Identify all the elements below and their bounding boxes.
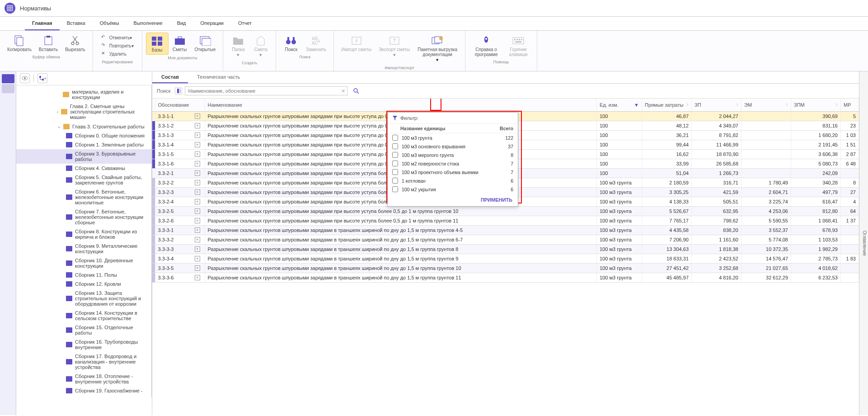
filter-row[interactable]: 100 м3 проектного объема выемки7 — [388, 168, 518, 176]
visibility-toggle[interactable] — [20, 73, 30, 83]
paste-button[interactable]: Вставить — [35, 33, 61, 54]
tree-item-13[interactable]: Сборник 11. Полы — [16, 270, 151, 279]
leftbar-btn-2[interactable] — [2, 84, 14, 93]
tree-item-19[interactable]: Сборник 17. Водопровод и канализация - в… — [16, 352, 151, 372]
search-go-icon[interactable] — [352, 87, 360, 95]
tree-item-16[interactable]: Сборник 14. Конструкции в сельском строи… — [16, 308, 151, 323]
export-button[interactable]: Экспорт сметы ▾ — [375, 33, 413, 60]
expand-icon[interactable]: + — [195, 189, 200, 195]
content-tab-0[interactable]: Состав — [152, 71, 188, 83]
tree-item-6[interactable]: Сборник 4. Скважины — [16, 164, 151, 173]
undo-button[interactable]: ↶Отменить ▾ — [99, 33, 136, 42]
expand-icon[interactable]: + — [195, 161, 200, 166]
filter-row[interactable]: 1 котлован6 — [388, 176, 518, 185]
hotkeys-button[interactable]: Горячие клавиши — [503, 33, 533, 59]
replace-button[interactable]: АВАС Заменить — [302, 33, 330, 54]
filter-apply-button[interactable]: ПРИМЕНИТЬ — [481, 197, 512, 203]
search-button[interactable]: Поиск — [280, 33, 302, 54]
filter-checkbox[interactable] — [392, 186, 398, 192]
col-em[interactable]: ЭМ↕ — [741, 99, 791, 112]
tree-item-2[interactable]: ⌄Глава 3. Строительные работы — [16, 122, 151, 131]
expand-icon[interactable]: + — [195, 275, 200, 280]
estimates-button[interactable]: Сметы — [169, 33, 191, 54]
expand-icon[interactable]: + — [195, 142, 200, 147]
folder-button[interactable]: Папка ▾ — [227, 33, 249, 60]
table-row[interactable]: 3.3-3-5+Разрыхление скальных грунтов шпу… — [152, 264, 859, 273]
filter-row[interactable]: 100 м3 основного взрывания37 — [388, 142, 518, 151]
open-button[interactable]: Открытые — [191, 33, 220, 54]
filter-checkbox[interactable] — [392, 169, 398, 175]
expand-icon[interactable]: + — [195, 151, 200, 157]
delete-button[interactable]: ✕Удалить — [99, 50, 136, 58]
expand-icon[interactable]: + — [195, 199, 200, 204]
search-input[interactable] — [185, 86, 347, 95]
table-row[interactable]: 3.3-3-4+Разрыхление скальных грунтов шпу… — [152, 254, 859, 264]
col-zp[interactable]: ЗП↕ — [692, 99, 741, 112]
expand-icon[interactable]: + — [195, 218, 200, 223]
content-tab-1[interactable]: Техническая часть — [188, 71, 249, 83]
menu-tab-4[interactable]: Вид — [170, 17, 193, 30]
filter-row[interactable]: 100 м3 грунта122 — [388, 133, 518, 142]
right-sidebar-toggle[interactable]: Оглавление — [859, 71, 868, 415]
estimate-button[interactable]: Смета ▾ — [249, 33, 272, 60]
table-row[interactable]: 3.3-2-5+Разрыхление скальных грунтов шпу… — [152, 207, 859, 216]
expand-icon[interactable]: + — [195, 237, 200, 242]
tree-item-10[interactable]: Сборник 8. Конструкции из кирпича и блок… — [16, 227, 151, 241]
tree-item-11[interactable]: Сборник 9. Металлические конструкции — [16, 241, 151, 256]
expand-icon[interactable]: + — [195, 123, 200, 128]
table-row[interactable]: 3.3-3-3+Разрыхление скальных грунтов шпу… — [152, 245, 859, 254]
table-row[interactable]: 3.3-3-6+Разрыхление скальных грунтов шпу… — [152, 273, 859, 283]
tree-item-7[interactable]: Сборник 5. Свайные работы, закрепление г… — [16, 173, 151, 187]
table-row[interactable]: 3.3-3-1+Разрыхление скальных грунтов шпу… — [152, 226, 859, 235]
tree-item-14[interactable]: Сборник 12. Кровли — [16, 279, 151, 288]
table-row[interactable]: 3.3-3-2+Разрыхление скальных грунтов шпу… — [152, 235, 859, 245]
tree-item-9[interactable]: Сборник 7. Бетонные, железобетонные конс… — [16, 207, 151, 227]
tree-item-3[interactable]: Сборник 0. Общие положения — [16, 131, 151, 140]
col-zpm[interactable]: ЗПМ↕ — [791, 99, 841, 112]
expand-icon[interactable]: + — [195, 113, 200, 119]
menu-tab-3[interactable]: Выполнение — [127, 17, 170, 30]
col-direct[interactable]: Прямые затраты↕ — [642, 99, 692, 112]
expand-icon[interactable]: + — [195, 170, 200, 176]
expand-icon[interactable]: + — [195, 246, 200, 252]
tree-mode-toggle[interactable]: ▾ — [38, 73, 47, 83]
filter-checkbox[interactable] — [392, 135, 398, 141]
search-clear[interactable]: ✕ — [341, 88, 345, 94]
tree-item-21[interactable]: Сборник 19. Газоснабжение - — [16, 386, 151, 395]
expand-icon[interactable]: + — [195, 256, 200, 261]
expand-icon[interactable]: + — [195, 265, 200, 271]
menu-tab-2[interactable]: Объёмы — [93, 17, 127, 30]
filter-icon[interactable]: ▼ — [634, 102, 639, 108]
filter-checkbox[interactable] — [392, 143, 398, 149]
col-mr[interactable]: МР — [841, 99, 859, 112]
expand-icon[interactable]: + — [195, 227, 200, 233]
copy-button[interactable]: Копировать — [4, 33, 35, 54]
filter-checkbox[interactable] — [392, 152, 398, 158]
menu-tab-6[interactable]: Отчет — [231, 17, 259, 30]
tree-item-1[interactable]: ›Глава 2. Сметные цены эксплуатации стро… — [16, 102, 151, 122]
tree-item-17[interactable]: Сборник 15. Отделочные работы — [16, 323, 151, 337]
tree-item-12[interactable]: Сборник 10. Деревянные конструкции — [16, 256, 151, 270]
tree-item-0[interactable]: материалы, изделия и конструкции — [16, 87, 151, 102]
menu-tab-1[interactable]: Вставка — [60, 17, 93, 30]
filter-checkbox[interactable] — [392, 161, 398, 166]
tree-item-5[interactable]: Сборник 3. Буровзрывные работы — [16, 149, 151, 164]
expand-icon[interactable]: + — [195, 208, 200, 214]
about-button[interactable]: Справка о программе — [469, 33, 503, 59]
menu-tab-5[interactable]: Операции — [193, 17, 231, 30]
menu-tab-0[interactable]: Главная — [25, 17, 60, 30]
search-mode-icon[interactable] — [175, 87, 182, 95]
filter-row[interactable]: 100 м2 поверхности стока7 — [388, 159, 518, 168]
col-name[interactable]: Наименование — [205, 99, 597, 112]
import-button[interactable]: Импорт сметы — [338, 33, 375, 54]
filter-checkbox[interactable] — [392, 178, 398, 184]
cut-button[interactable]: Вырезать — [61, 33, 89, 54]
leftbar-btn-1[interactable] — [2, 74, 14, 83]
tree-item-20[interactable]: Сборник 18. Отопление - внутренние устро… — [16, 372, 151, 386]
expand-icon[interactable]: + — [195, 132, 200, 138]
batch-export-button[interactable]: Пакетная выгрузка документации ▾ — [413, 33, 461, 65]
filter-row[interactable]: 100 м3 мерзлого грунта8 — [388, 151, 518, 159]
col-justification[interactable]: Обоснование — [155, 99, 205, 112]
bases-button[interactable]: Базы — [146, 33, 169, 55]
tree-item-15[interactable]: Сборник 13. Защита строительных конструк… — [16, 288, 151, 308]
